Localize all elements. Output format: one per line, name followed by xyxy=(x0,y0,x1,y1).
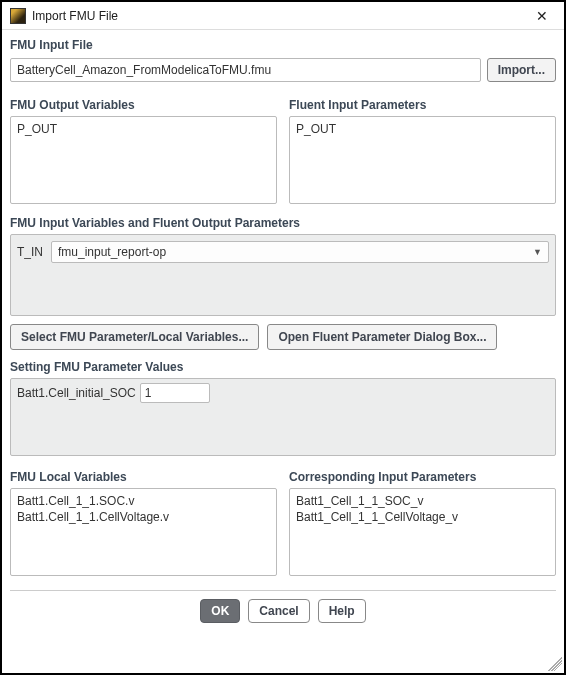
fmu-output-variables-header: FMU Output Variables xyxy=(10,98,277,112)
setting-fmu-parameter-values-header: Setting FMU Parameter Values xyxy=(10,360,556,374)
content-area: FMU Input File Import... FMU Output Vari… xyxy=(2,30,564,673)
list-item[interactable]: Batt1.Cell_1_1.CellVoltage.v xyxy=(17,509,270,525)
fmu-input-variables-panel: T_IN fmu_input_report-op ▼ xyxy=(10,234,556,316)
resize-grip-icon[interactable] xyxy=(548,657,562,671)
list-item[interactable]: P_OUT xyxy=(17,121,270,137)
footer-buttons: OK Cancel Help xyxy=(10,599,556,629)
corresponding-input-parameters-list[interactable]: Batt1_Cell_1_1_SOC_v Batt1_Cell_1_1_Cell… xyxy=(289,488,556,576)
fmu-local-variables-header: FMU Local Variables xyxy=(10,470,277,484)
corresponding-input-parameters-header: Corresponding Input Parameters xyxy=(289,470,556,484)
fmu-input-var-label: T_IN xyxy=(17,245,45,259)
fmu-parameter-label: Batt1.Cell_initial_SOC xyxy=(17,386,136,400)
fmu-file-path-input[interactable] xyxy=(10,58,481,82)
dropdown-value: fmu_input_report-op xyxy=(58,245,166,259)
select-fmu-parameter-button[interactable]: Select FMU Parameter/Local Variables... xyxy=(10,324,259,350)
fmu-output-variables-list[interactable]: P_OUT xyxy=(10,116,277,204)
fmu-input-report-dropdown[interactable]: fmu_input_report-op ▼ xyxy=(51,241,549,263)
divider xyxy=(10,590,556,591)
fluent-input-parameters-header: Fluent Input Parameters xyxy=(289,98,556,112)
cancel-button[interactable]: Cancel xyxy=(248,599,309,623)
chevron-down-icon: ▼ xyxy=(533,247,542,257)
import-fmu-window: Import FMU File ✕ FMU Input File Import.… xyxy=(0,0,566,675)
fmu-parameter-value-input[interactable] xyxy=(140,383,210,403)
fmu-input-file-header: FMU Input File xyxy=(10,38,556,52)
fmu-input-variables-header: FMU Input Variables and Fluent Output Pa… xyxy=(10,216,556,230)
list-item[interactable]: P_OUT xyxy=(296,121,549,137)
help-button[interactable]: Help xyxy=(318,599,366,623)
close-icon[interactable]: ✕ xyxy=(528,6,556,26)
list-item[interactable]: Batt1_Cell_1_1_SOC_v xyxy=(296,493,549,509)
titlebar: Import FMU File ✕ xyxy=(2,2,564,30)
open-fluent-parameter-dialog-button[interactable]: Open Fluent Parameter Dialog Box... xyxy=(267,324,497,350)
window-title: Import FMU File xyxy=(32,9,528,23)
setting-fmu-parameter-panel: Batt1.Cell_initial_SOC xyxy=(10,378,556,456)
list-item[interactable]: Batt1.Cell_1_1.SOC.v xyxy=(17,493,270,509)
import-button[interactable]: Import... xyxy=(487,58,556,82)
app-icon xyxy=(10,8,26,24)
list-item[interactable]: Batt1_Cell_1_1_CellVoltage_v xyxy=(296,509,549,525)
fluent-input-parameters-list[interactable]: P_OUT xyxy=(289,116,556,204)
fmu-local-variables-list[interactable]: Batt1.Cell_1_1.SOC.v Batt1.Cell_1_1.Cell… xyxy=(10,488,277,576)
ok-button[interactable]: OK xyxy=(200,599,240,623)
